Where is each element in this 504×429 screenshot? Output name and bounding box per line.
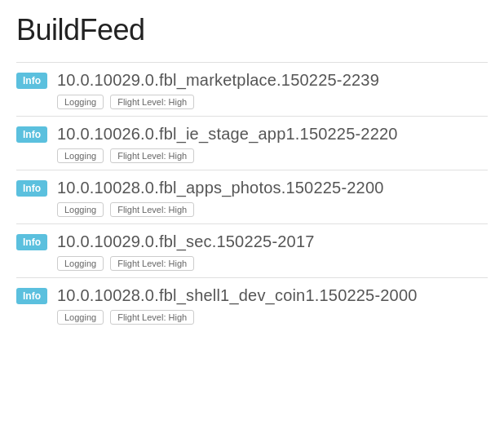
build-name[interactable]: 10.0.10029.0.fbl_sec.150225-2017 — [57, 232, 315, 251]
feed-item: Info10.0.10028.0.fbl_apps_photos.150225-… — [16, 170, 488, 223]
tag[interactable]: Logging — [57, 256, 104, 271]
feed-item: Info10.0.10028.0.fbl_shell1_dev_coin1.15… — [16, 277, 488, 331]
tag[interactable]: Flight Level: High — [110, 256, 194, 271]
build-name[interactable]: 10.0.10028.0.fbl_shell1_dev_coin1.150225… — [57, 286, 418, 305]
tag[interactable]: Logging — [57, 148, 104, 163]
tag[interactable]: Logging — [57, 310, 104, 325]
tag[interactable]: Logging — [57, 202, 104, 217]
info-badge[interactable]: Info — [16, 288, 47, 304]
tag[interactable]: Logging — [57, 95, 104, 109]
info-badge[interactable]: Info — [16, 234, 47, 250]
feed-container: Info10.0.10029.0.fbl_marketplace.150225-… — [16, 62, 488, 331]
info-badge[interactable]: Info — [16, 73, 47, 89]
feed-item: Info10.0.10026.0.fbl_ie_stage_app1.15022… — [16, 116, 488, 170]
feed-item: Info10.0.10029.0.fbl_marketplace.150225-… — [16, 62, 488, 116]
build-name[interactable]: 10.0.10026.0.fbl_ie_stage_app1.150225-22… — [57, 125, 398, 144]
feed-item: Info10.0.10029.0.fbl_sec.150225-2017Logg… — [16, 223, 488, 277]
page-title: BuildFeed — [16, 13, 488, 47]
tag[interactable]: Flight Level: High — [110, 95, 194, 109]
tag[interactable]: Flight Level: High — [110, 202, 194, 217]
info-badge[interactable]: Info — [16, 126, 47, 143]
info-badge[interactable]: Info — [16, 180, 47, 197]
tag[interactable]: Flight Level: High — [110, 148, 194, 163]
build-name[interactable]: 10.0.10028.0.fbl_apps_photos.150225-2200 — [57, 179, 384, 197]
build-name[interactable]: 10.0.10029.0.fbl_marketplace.150225-2239 — [57, 71, 379, 90]
tag[interactable]: Flight Level: High — [110, 310, 194, 325]
